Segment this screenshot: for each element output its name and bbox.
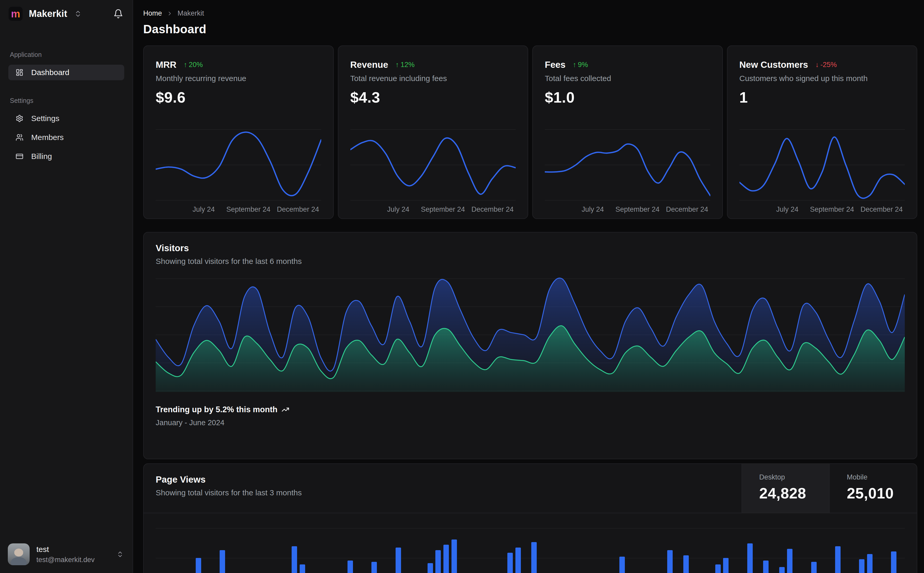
makerkit-logo: m — [9, 7, 23, 21]
page-views-subtitle: Showing total visitors for the last 3 mo… — [156, 488, 742, 497]
user-name: test — [36, 545, 95, 554]
gear-icon — [16, 114, 24, 122]
x-tick-label: December 24 — [861, 205, 903, 213]
sidebar-item-settings[interactable]: Settings — [8, 111, 124, 126]
bar — [300, 564, 305, 573]
page-views-bar-chart — [156, 513, 905, 573]
stat-card-revenue: Revenue ↑ 12% Total revenue including fe… — [338, 45, 529, 219]
x-tick-label: December 24 — [472, 205, 514, 213]
nav-section-application: Application — [10, 51, 123, 58]
bar — [220, 550, 225, 573]
page-views-header: Page Views Showing total visitors for th… — [144, 464, 917, 513]
sidebar-item-members[interactable]: Members — [8, 130, 124, 145]
bar — [763, 560, 769, 573]
page-views-card: Page Views Showing total visitors for th… — [143, 463, 917, 573]
user-avatar — [8, 543, 30, 565]
x-tick-label: July 24 — [582, 205, 604, 213]
down-arrow-icon: ↓ — [815, 61, 819, 69]
x-tick-label: December 24 — [277, 205, 319, 213]
bar — [787, 549, 792, 573]
trending-up-icon — [281, 406, 289, 413]
chevrons-up-down-icon — [74, 10, 82, 18]
user-email: test@makerkit.dev — [36, 556, 95, 564]
stat-subtitle: Customers who signed up this month — [739, 74, 905, 83]
workspace-name: Makerkit — [29, 8, 67, 19]
bar — [531, 542, 537, 573]
trend-delta: 20% — [189, 61, 203, 69]
page-views-title: Page Views — [156, 474, 742, 485]
mrr-sparkline-chart — [156, 127, 321, 202]
trend-summary: Trending up by 5.2% this month — [156, 405, 277, 414]
toggle-mobile[interactable]: Mobile 25,010 — [829, 464, 917, 513]
user-menu-button[interactable]: test test@makerkit.dev — [0, 537, 133, 573]
sidebar: m Makerkit Application Dashboard Setting… — [0, 0, 133, 573]
workspace-switcher-button[interactable] — [74, 10, 82, 18]
trend-badge: ↑ 12% — [395, 61, 414, 69]
breadcrumb-current: Makerkit — [177, 9, 204, 17]
bar — [811, 562, 817, 573]
stat-card-new-customers: New Customers ↓ -25% Customers who signe… — [727, 45, 918, 219]
toggle-value: 25,010 — [847, 484, 917, 502]
x-tick-label: December 24 — [666, 205, 708, 213]
logo-letter: m — [11, 9, 20, 19]
bar — [348, 560, 353, 573]
x-tick-label: July 24 — [193, 205, 215, 213]
stat-subtitle: Total fees collected — [545, 74, 711, 83]
visitors-area-chart — [156, 275, 905, 392]
sidebar-item-label: Billing — [31, 152, 52, 161]
bar — [747, 543, 753, 573]
x-tick-label: September 24 — [421, 205, 465, 213]
toggle-desktop[interactable]: Desktop 24,828 — [742, 464, 829, 513]
bar — [515, 548, 521, 573]
bar — [452, 540, 457, 573]
stat-title: Fees — [545, 59, 566, 70]
bar — [859, 559, 864, 573]
bar — [443, 545, 449, 573]
visitors-title: Visitors — [156, 243, 905, 253]
bar — [428, 563, 433, 573]
bar — [715, 564, 721, 573]
sidebar-item-billing[interactable]: Billing — [8, 149, 124, 164]
notifications-button[interactable] — [113, 9, 123, 19]
date-range: January - June 2024 — [156, 418, 905, 427]
trend-badge: ↓ -25% — [815, 61, 837, 69]
bar — [683, 555, 689, 573]
x-tick-label: July 24 — [776, 205, 798, 213]
up-arrow-icon: ↑ — [184, 61, 187, 69]
breadcrumb-home-link[interactable]: Home — [143, 9, 162, 17]
stat-value: $1.0 — [545, 89, 711, 106]
fees-sparkline-chart — [545, 127, 711, 202]
new-customers-sparkline-chart — [739, 127, 905, 202]
x-axis-labels: July 24September 24December 24 — [545, 202, 711, 218]
trend-delta: -25% — [820, 61, 837, 69]
stat-value: $9.6 — [156, 89, 321, 106]
visitors-subtitle: Showing total visitors for the last 6 mo… — [156, 257, 905, 266]
trend-delta: 9% — [578, 61, 588, 69]
x-tick-label: September 24 — [810, 205, 854, 213]
chevron-right-icon — [166, 10, 173, 17]
sidebar-item-label: Dashboard — [31, 68, 69, 77]
users-icon — [16, 133, 24, 141]
bar — [372, 562, 377, 573]
stat-value: 1 — [739, 89, 905, 106]
bar — [620, 557, 625, 573]
x-tick-label: July 24 — [387, 205, 409, 213]
x-axis-labels: July 24September 24December 24 — [156, 202, 321, 218]
page-title: Dashboard — [143, 22, 917, 36]
bar — [867, 554, 872, 573]
x-axis-labels: July 24September 24December 24 — [350, 202, 516, 218]
bar — [435, 550, 441, 573]
toggle-value: 24,828 — [759, 484, 829, 502]
stat-card-fees: Fees ↑ 9% Total fees collected $1.0 July… — [532, 45, 723, 219]
trend-badge: ↑ 9% — [573, 61, 588, 69]
stat-value: $4.3 — [350, 89, 516, 106]
x-tick-label: September 24 — [615, 205, 660, 213]
up-arrow-icon: ↑ — [573, 61, 576, 69]
visitors-footer: Trending up by 5.2% this month January -… — [156, 405, 905, 427]
sidebar-item-dashboard[interactable]: Dashboard — [8, 65, 124, 80]
sidebar-item-label: Settings — [31, 114, 59, 123]
dashboard-icon — [16, 69, 24, 77]
bar — [779, 567, 785, 573]
stat-card-mrr: MRR ↑ 20% Monthly recurring revenue $9.6… — [143, 45, 334, 219]
bar — [835, 546, 841, 573]
